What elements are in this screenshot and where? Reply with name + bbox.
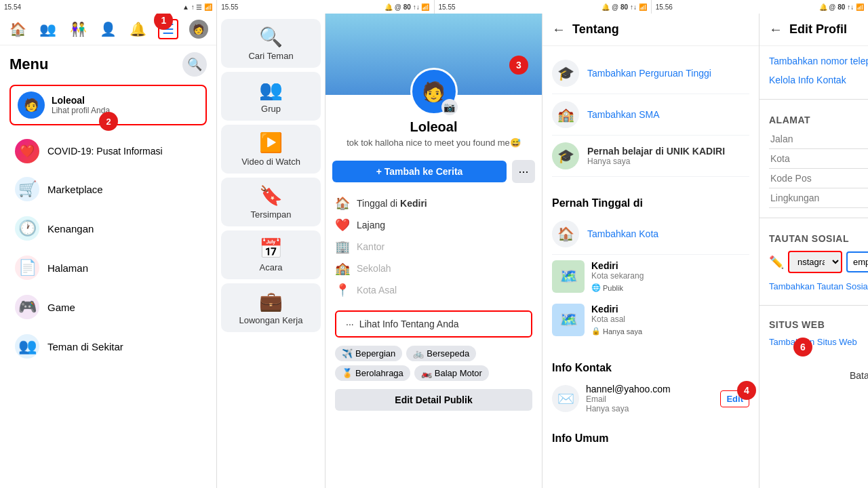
edit-header: ← Edit Profil bbox=[760, 14, 868, 46]
nav-friends-icon[interactable]: 👥 bbox=[38, 19, 58, 39]
profile-sub: Lihat profil Anda bbox=[52, 106, 110, 115]
unik-label: Pernah belajar di UNIK KADIRI bbox=[587, 146, 725, 157]
alamat-title: ALAMAT ⚙️ bbox=[769, 109, 868, 128]
perguruan-label: Tambahkan Perguruan Tinggi bbox=[587, 68, 711, 79]
tersimpan-label: Tersimpan bbox=[251, 209, 292, 220]
kediri-img-2: 🗺️ bbox=[552, 304, 585, 336]
tambah-perguruan[interactable]: 🎓 Tambahkan Perguruan Tinggi bbox=[552, 53, 749, 94]
unik-icon: 🎓 bbox=[552, 142, 579, 169]
school-icon: 🏫 bbox=[335, 261, 350, 276]
cari-teman-item[interactable]: 🔍 Cari Teman bbox=[221, 19, 321, 68]
kode-pos-input[interactable] bbox=[769, 169, 868, 188]
detail-sekolah: 🏫 Sekolah bbox=[335, 258, 532, 279]
lihat-info-label: Lihat Info Tentang Anda bbox=[359, 319, 459, 329]
pernah-tinggal-title: Pernah Tinggal di bbox=[552, 190, 749, 214]
video-icon: ▶️ bbox=[259, 131, 283, 154]
edit-public-button[interactable]: Edit Detail Publik bbox=[335, 389, 532, 411]
menu-search-button[interactable]: 🔍 bbox=[182, 52, 207, 77]
platform-select[interactable]: nstagram Facebook Twitter bbox=[788, 251, 842, 273]
hobby-balap: 🏍️ Balap Motor bbox=[414, 365, 489, 381]
video-item[interactable]: ▶️ Video di Watch bbox=[221, 125, 321, 174]
covid-label: COVID-19: Pusat Informasi bbox=[47, 146, 163, 157]
menu-item-kenangan[interactable]: 🕐 Kenangan bbox=[5, 209, 211, 247]
cari-teman-icon: 🔍 bbox=[259, 26, 283, 48]
unik-kadiri[interactable]: 🎓 Pernah belajar di UNIK KADIRI Hanya sa… bbox=[552, 136, 749, 177]
username-input[interactable] bbox=[846, 251, 868, 272]
edit-back-arrow[interactable]: ← bbox=[769, 22, 783, 37]
tentang-header: ← Tentang bbox=[542, 14, 759, 46]
step-badge-4: 4 bbox=[737, 381, 756, 400]
tersimpan-item[interactable]: 🔖 Tersimpan bbox=[221, 178, 321, 226]
lihat-info-dots: ··· bbox=[346, 319, 354, 329]
halaman-icon: 📄 bbox=[15, 256, 39, 280]
step-badge-6: 6 bbox=[793, 338, 812, 357]
info-kontak-section: Info Kontak ✉️ hannel@yahoo.com Email Ha… bbox=[542, 348, 759, 426]
menu-panel: 🏠 👥 👫 👤 🔔 ☰ 1 🧑 Menu 🔍 🧑 Loleoal bbox=[0, 14, 217, 488]
profile-panel: 🧑 📷 3 Loleoal tok tok halloha nice to me… bbox=[326, 14, 542, 488]
batalkan-button[interactable]: Batalkan bbox=[840, 363, 868, 388]
nav-home-icon[interactable]: 🏠 bbox=[7, 19, 28, 39]
video-label: Video di Watch bbox=[241, 157, 300, 167]
kelola-link[interactable]: Kelola Info Kontak bbox=[769, 70, 868, 89]
game-label: Game bbox=[47, 302, 75, 313]
situs-title: SITUS WEB ⚙️ bbox=[769, 314, 868, 333]
menu-item-halaman[interactable]: 📄 Halaman bbox=[5, 249, 211, 287]
kota-input[interactable] bbox=[769, 149, 868, 169]
add-tautan-link[interactable]: Tambahkan Tautan Sosial bbox=[769, 277, 868, 296]
acara-item[interactable]: 📅 Acara bbox=[221, 230, 321, 279]
tentang-back-arrow[interactable]: ← bbox=[552, 22, 566, 37]
tautan-pencil-icon[interactable]: ✏️ bbox=[769, 255, 784, 270]
situs-web-section: SITUS WEB ⚙️ Tambahkan Situs Web bbox=[760, 310, 868, 355]
lihat-info-box[interactable]: ··· Lihat Info Tentang Anda bbox=[335, 310, 532, 338]
menu-item-marketplace[interactable]: 🛒 Marketplace bbox=[5, 170, 211, 208]
tentang-locations: Pernah Tinggal di 🏠 Tambahkan Kota 🗺️ Ke… bbox=[542, 184, 759, 348]
office-icon: 🏢 bbox=[335, 239, 350, 254]
jalan-input[interactable] bbox=[769, 129, 868, 149]
nav-bell-icon[interactable]: 🔔 bbox=[128, 19, 149, 39]
kenangan-icon: 🕐 bbox=[15, 216, 39, 241]
nav-groups-icon[interactable]: 👫 bbox=[68, 19, 88, 39]
more-button[interactable]: ··· bbox=[512, 160, 535, 183]
moto-icon: 🏍️ bbox=[421, 368, 432, 378]
teman-icon: 👥 bbox=[15, 334, 39, 359]
profile-info-section: Loleoal tok tok halloha nice to meet you… bbox=[326, 119, 542, 155]
lingkungan-input[interactable] bbox=[769, 188, 868, 208]
nav-profile-icon[interactable]: 👤 bbox=[98, 19, 118, 39]
info-umum-section: Info Umum bbox=[542, 426, 759, 451]
kediri-sub-2: Kota asal bbox=[591, 314, 642, 324]
time-4: 15.56 bbox=[656, 3, 673, 11]
tambah-sma[interactable]: 🏫 Tambahkan SMA bbox=[552, 94, 749, 136]
tambah-kota[interactable]: 🏠 Tambahkan Kota bbox=[552, 214, 749, 255]
add-story-button[interactable]: + Tambah ke Cerita bbox=[332, 161, 507, 182]
step-badge-1: 1 bbox=[154, 14, 173, 30]
covid-icon: ❤️ bbox=[15, 139, 39, 163]
halaman-label: Halaman bbox=[47, 262, 88, 274]
status-bar-2: 15.55 🔔 @ 80 ↑↓ 📶 bbox=[217, 0, 434, 14]
profile-avatar: 🧑 bbox=[18, 92, 45, 119]
telepon-link[interactable]: Tambahkan nomor telepon lain bbox=[769, 52, 868, 70]
camera-icon[interactable]: 📷 bbox=[441, 99, 458, 115]
grup-item[interactable]: 👥 Grup bbox=[221, 72, 321, 121]
hobbies-row: ✈️ Bepergian 🚲 Bersepeda 🏅 Berolahraga 🏍… bbox=[326, 343, 542, 384]
lowongan-icon: 💼 bbox=[259, 290, 283, 312]
menu-profile[interactable]: 🧑 Loleoal Lihat profil Anda 2 bbox=[9, 85, 207, 125]
menu-item-teman[interactable]: 👥 Teman di Sekitar bbox=[5, 327, 211, 365]
info-umum-title: Info Umum bbox=[552, 432, 749, 445]
step-badge-2: 2 bbox=[99, 112, 118, 131]
kediri-privacy-1: 🌐 Publik bbox=[591, 283, 623, 292]
tentang-panel: ← Tentang 🎓 Tambahkan Perguruan Tinggi 🏫… bbox=[542, 14, 760, 488]
menu-item-game[interactable]: 🎮 Game bbox=[5, 288, 211, 326]
email-icon: ✉️ bbox=[552, 385, 579, 412]
detail-lajang: ❤️ Lajang bbox=[335, 214, 532, 236]
icons-2: 🔔 @ 80 ↑↓ 📶 bbox=[384, 3, 429, 11]
covid-menu-item[interactable]: ❤️ COVID-19: Pusat Informasi bbox=[5, 134, 211, 169]
acara-label: Acara bbox=[260, 262, 283, 272]
add-situs-link[interactable]: Tambahkan Situs Web bbox=[769, 333, 868, 351]
status-bar-4: 15.56 🔔 @ 80 ↑↓ 📶 bbox=[652, 0, 868, 14]
menu-items-list: ❤️ COVID-19: Pusat Informasi 🛒 Marketpla… bbox=[0, 129, 216, 488]
nav-avatar-small[interactable]: 🧑 bbox=[189, 19, 209, 39]
time-3: 15.55 bbox=[439, 3, 456, 11]
nav-menu-icon[interactable]: ☰ 1 bbox=[158, 19, 178, 39]
perguruan-icon: 🎓 bbox=[552, 60, 579, 87]
lowongan-item[interactable]: 💼 Lowongan Kerja bbox=[221, 283, 321, 332]
